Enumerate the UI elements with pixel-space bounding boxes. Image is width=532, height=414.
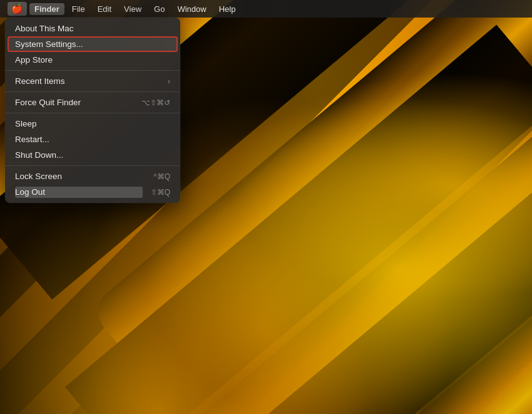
force-quit-shortcut: ⌥⇧⌘↺ bbox=[141, 98, 170, 107]
separator-4 bbox=[5, 165, 180, 166]
menu-item-force-quit-label: Force Quit Finder bbox=[15, 98, 81, 107]
menu-item-sleep-label: Sleep bbox=[15, 119, 37, 128]
menu-item-recent-items-label: Recent Items bbox=[15, 76, 65, 86]
menu-item-shut-down[interactable]: Shut Down... bbox=[5, 147, 180, 163]
apple-menu-dropdown: About This Mac System Settings... App St… bbox=[5, 18, 180, 203]
separator-2 bbox=[5, 91, 180, 92]
apple-logo[interactable]: 🍎 bbox=[8, 2, 27, 16]
lock-screen-shortcut: ^⌘Q bbox=[153, 172, 170, 181]
menu-item-system-settings[interactable]: System Settings... bbox=[8, 36, 178, 52]
menubar-edit[interactable]: Edit bbox=[93, 3, 116, 15]
menu-item-force-quit[interactable]: Force Quit Finder ⌥⇧⌘↺ bbox=[5, 95, 180, 110]
menu-item-restart-label: Restart... bbox=[15, 135, 49, 144]
menu-item-recent-items[interactable]: Recent Items › bbox=[5, 73, 180, 89]
menu-item-shut-down-label: Shut Down... bbox=[15, 150, 63, 160]
menu-item-log-out[interactable]: Log Out ⇧⌘Q bbox=[5, 184, 180, 200]
menu-item-about[interactable]: About This Mac bbox=[5, 21, 180, 36]
separator-3 bbox=[5, 113, 180, 113]
menu-item-lock-screen-label: Lock Screen bbox=[15, 172, 62, 181]
menu-item-about-label: About This Mac bbox=[15, 24, 74, 33]
menubar: 🍎 Finder File Edit View Go Window Help bbox=[0, 0, 532, 18]
menu-item-app-store-label: App Store bbox=[15, 55, 53, 65]
menubar-view[interactable]: View bbox=[119, 3, 146, 15]
menu-item-log-out-label: Log Out bbox=[15, 187, 45, 197]
menu-item-lock-screen[interactable]: Lock Screen ^⌘Q bbox=[5, 168, 180, 184]
menubar-help[interactable]: Help bbox=[214, 3, 241, 15]
menu-item-app-store[interactable]: App Store bbox=[5, 52, 180, 68]
log-out-shortcut: ⇧⌘Q bbox=[151, 188, 170, 197]
menubar-go[interactable]: Go bbox=[149, 3, 170, 15]
menubar-finder[interactable]: Finder bbox=[29, 3, 64, 15]
menu-item-restart[interactable]: Restart... bbox=[5, 132, 180, 147]
recent-items-arrow-icon: › bbox=[168, 77, 170, 86]
menu-item-system-settings-label: System Settings... bbox=[15, 39, 83, 49]
menu-item-sleep[interactable]: Sleep bbox=[5, 116, 180, 132]
menubar-file[interactable]: File bbox=[67, 3, 90, 15]
menubar-window[interactable]: Window bbox=[172, 3, 211, 15]
separator-1 bbox=[5, 70, 180, 71]
